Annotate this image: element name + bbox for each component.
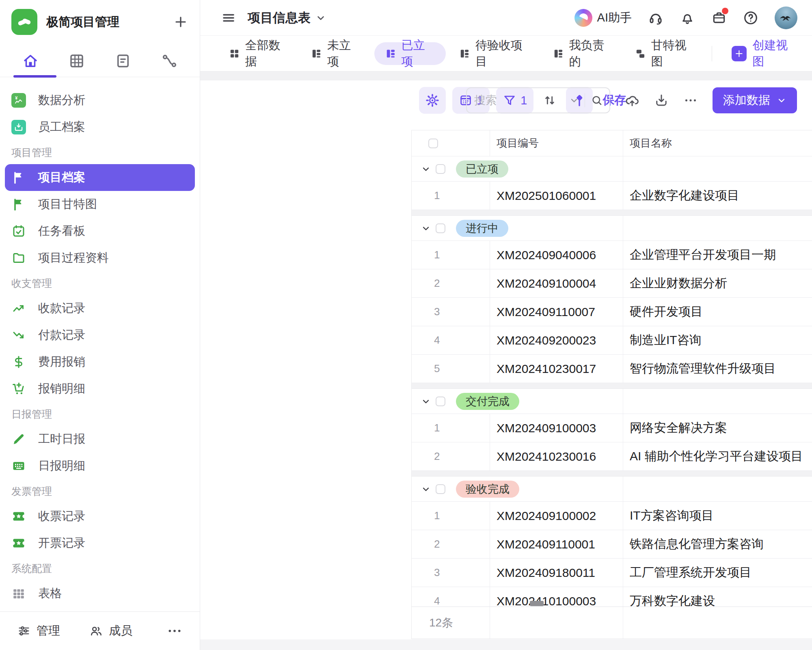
- sidebar-item-label: 表格: [38, 585, 62, 602]
- view-tab-gantt-view[interactable]: 甘特视图: [627, 42, 704, 65]
- table-row[interactable]: 3XM202409110007硬件开发项目2024-10分配任务$费用报销: [412, 298, 812, 326]
- ai-assistant-label: AI助手: [597, 10, 632, 26]
- view-tab-not-initiated[interactable]: 未立项: [303, 42, 368, 65]
- group-checkbox[interactable]: [436, 484, 445, 494]
- settings-button[interactable]: [419, 87, 446, 114]
- view-tab-label: 全部数据: [245, 37, 291, 70]
- page-title: 项目信息表: [248, 9, 311, 26]
- sidebar-item-daily-details[interactable]: 日报明细: [5, 453, 195, 479]
- create-view-button[interactable]: 创建视图: [704, 37, 797, 70]
- select-all-checkbox[interactable]: [428, 139, 438, 148]
- sidebar-item-label: 开票记录: [38, 535, 85, 551]
- content-divider-band: [200, 72, 812, 80]
- toolbar-more-icon[interactable]: [683, 93, 698, 108]
- sliders-icon: [17, 624, 31, 638]
- home-tab-icon[interactable]: [22, 52, 39, 69]
- view-tab-pending-acceptance[interactable]: 待验收项目: [451, 42, 539, 65]
- table-row[interactable]: 3XM202409180011工厂管理系统开发项目2024-11$费用报销: [412, 559, 812, 587]
- documents-tab-icon[interactable]: [114, 52, 132, 69]
- workspace-briefcase-icon[interactable]: [711, 10, 727, 26]
- table-header-row: 项目编号项目名称立项日期操作: [412, 130, 812, 156]
- group-collapse-chevron-icon[interactable]: [421, 164, 431, 174]
- notifications-bell-icon[interactable]: [680, 10, 695, 26]
- sidebar-item-payments[interactable]: 付款记录: [5, 322, 195, 349]
- view-tab-my-projects[interactable]: 我负责的: [545, 42, 622, 65]
- view-tab-initiated[interactable]: 已立项: [374, 42, 446, 65]
- add-workspace-icon[interactable]: [173, 14, 188, 30]
- import-icon[interactable]: [625, 93, 639, 108]
- search-input[interactable]: [474, 94, 569, 107]
- sidebar-item-invoice-in[interactable]: 收票记录: [5, 503, 195, 530]
- project-name-cell: IT方案咨询项目: [623, 502, 812, 530]
- group-collapse-chevron-icon[interactable]: [421, 396, 431, 406]
- row-index: 1: [434, 249, 440, 261]
- export-icon[interactable]: [654, 93, 669, 108]
- table-row[interactable]: 2XM202409100004企业业财数据分析2024-10分配任务$费用报销: [412, 269, 812, 298]
- group-row-initiated: 已立项: [412, 156, 812, 182]
- search-icon[interactable]: [591, 94, 603, 106]
- sidebar-item-receipts[interactable]: 收款记录: [5, 295, 195, 322]
- add-data-button[interactable]: 添加数据: [713, 87, 797, 113]
- table-row[interactable]: 1XM202501060001企业数字化建设项目2025-01分配任务$费用报销: [412, 182, 812, 210]
- sidebar-item-invoice-out[interactable]: 开票记录: [5, 530, 195, 557]
- project-name-cell: 铁路信息化管理方案咨询: [623, 530, 812, 558]
- sidebar: 极简项目管理 ¥数据分析员工档案项目管理项目档案项目甘特图任务看板项目过程资料收…: [0, 0, 200, 650]
- sidebar-section-label: 项目管理: [5, 141, 195, 164]
- table-row[interactable]: 5XM202410230017智行物流管理软件升级项目2024-11分配任务$费…: [412, 355, 812, 383]
- sidebar-item-work-daily[interactable]: 工时日报: [5, 426, 195, 453]
- app-window: 极简项目管理 ¥数据分析员工档案项目管理项目档案项目甘特图任务看板项目过程资料收…: [0, 0, 812, 650]
- table-row[interactable]: 1XM202409100003网络安全解决方案2024-10分配任务$费用报销: [412, 414, 812, 442]
- row-index-cell: 2: [412, 269, 490, 297]
- more-options-icon[interactable]: [166, 623, 183, 639]
- table-row[interactable]: 2XM202409110001铁路信息化管理方案咨询2024-09$费用报销: [412, 530, 812, 559]
- create-view-label: 创建视图: [752, 37, 797, 70]
- help-icon[interactable]: [743, 10, 758, 26]
- ai-assistant-button[interactable]: AI助手: [574, 9, 632, 27]
- table-row[interactable]: 2XM202410230016AI 辅助个性化学习平台建设项目2024-11分配…: [412, 442, 812, 471]
- group-collapse-chevron-icon[interactable]: [421, 484, 431, 494]
- table-row[interactable]: 1XM202409040006企业管理平台开发项目一期2024-11分配任务$费…: [412, 241, 812, 269]
- manage-button[interactable]: 管理: [17, 623, 60, 639]
- table-row[interactable]: 1XM202409100002IT方案咨询项目2024-09$费用报销: [412, 502, 812, 530]
- dollar-icon: [11, 355, 26, 369]
- search-scope-chevron-icon[interactable]: [569, 95, 579, 105]
- sidebar-item-project-docs[interactable]: 项目过程资料: [5, 245, 195, 271]
- sidebar-item-expense[interactable]: 费用报销: [5, 349, 195, 375]
- sidebar-item-label: 任务看板: [38, 223, 85, 239]
- group-row-in-progress: 进行中: [412, 216, 812, 241]
- sidebar-item-data-analytics[interactable]: ¥数据分析: [5, 87, 195, 114]
- support-headset-icon[interactable]: [648, 10, 663, 26]
- sidebar-item-project-archive[interactable]: 项目档案: [5, 164, 195, 191]
- row-index-cell: 4: [412, 326, 490, 354]
- hamburger-menu-icon[interactable]: [221, 11, 236, 25]
- table-row[interactable]: 4XM202409200023制造业IT咨询2024-11分配任务$费用报销: [412, 326, 812, 355]
- group-checkbox[interactable]: [436, 223, 445, 233]
- user-avatar[interactable]: [775, 6, 797, 29]
- ticket-icon: [11, 536, 26, 550]
- sidebar-item-employee-files[interactable]: 员工档案: [5, 114, 195, 141]
- table-row[interactable]: 4XM202410100003万科数字化建设2024-11$费用报销: [412, 587, 812, 607]
- sidebar-section-label: 发票管理: [5, 479, 195, 503]
- group-checkbox[interactable]: [436, 164, 445, 174]
- group-collapse-chevron-icon[interactable]: [421, 223, 431, 233]
- group-checkbox[interactable]: [436, 396, 445, 406]
- sidebar-item-tables[interactable]: 表格: [5, 580, 195, 607]
- view-table-icon: [459, 48, 471, 60]
- row-index: 2: [434, 277, 440, 290]
- workflow-tab-icon[interactable]: [161, 52, 178, 69]
- gantt-icon: [635, 48, 646, 60]
- members-button[interactable]: 成员: [89, 623, 132, 639]
- sidebar-item-expense-details[interactable]: 报销明细: [5, 375, 195, 402]
- sidebar-icon-tabs: [12, 48, 188, 74]
- view-tab-label: 未立项: [327, 37, 361, 70]
- sidebar-item-task-board[interactable]: 任务看板: [5, 218, 195, 245]
- title-chevron-down-icon[interactable]: [315, 13, 326, 23]
- tables-tab-icon[interactable]: [68, 52, 85, 69]
- sidebar-item-project-gantt[interactable]: 项目甘特图: [5, 191, 195, 218]
- view-tab-all-data[interactable]: 全部数据: [221, 42, 298, 65]
- horizontal-scrollbar[interactable]: [530, 601, 544, 606]
- sidebar-item-workflow[interactable]: 流程: [5, 607, 195, 611]
- ticket-icon: [11, 509, 26, 524]
- group-header-cell: 进行中: [412, 216, 623, 240]
- sidebar-section-label: 收支管理: [5, 271, 195, 295]
